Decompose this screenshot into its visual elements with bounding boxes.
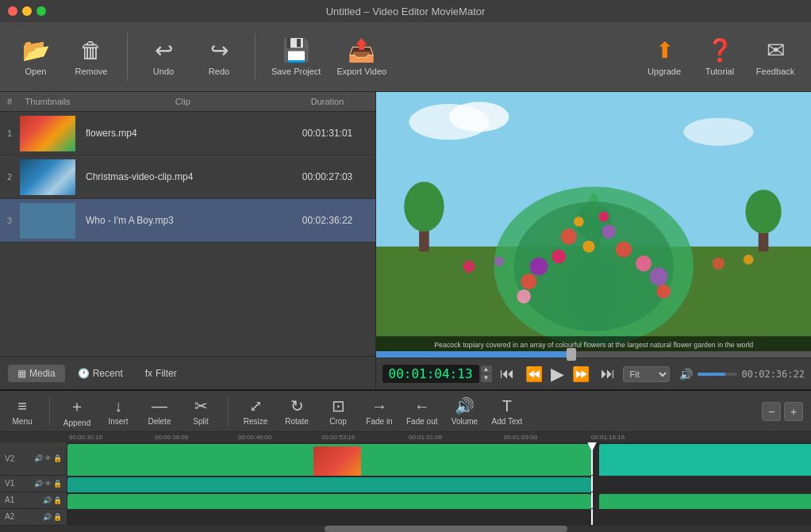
insert-icon: ↓ [114,397,122,415]
volume-slider[interactable] [698,373,737,376]
clip-thumb [16,203,79,239]
upgrade-label: Upgrade [648,67,681,76]
close-button[interactable] [8,6,17,16]
track-speaker-icon[interactable]: 🔊 [43,496,52,504]
scrollbar-thumb[interactable] [325,526,568,532]
fadein-tool[interactable]: → Fade in [365,397,394,426]
track-lock-icon[interactable]: 🔒 [53,454,62,462]
track-row-v2[interactable] [67,442,811,476]
time-stepper[interactable]: ▲ ▼ [481,366,492,382]
preview-svg: Peacock topiary covered in an array of c… [376,92,811,351]
track-lock-icon[interactable]: 🔒 [53,513,62,521]
redo-button[interactable]: ↪ Redo [199,37,239,76]
ruler-mark: 00:01:01:08 [409,434,442,441]
menu-icon: ≡ [17,397,27,415]
time-display[interactable]: 00:01:04:13 [382,365,479,383]
delete-tool[interactable]: — Delete [145,397,174,426]
maximize-button[interactable] [37,6,46,16]
addtext-tool[interactable]: T Add Text [491,397,522,426]
rewind-button[interactable]: ⏪ [522,364,546,385]
time-up-btn[interactable]: ▲ [481,366,492,373]
insert-tool[interactable]: ↓ Insert [104,397,133,426]
svg-point-11 [560,228,576,244]
open-icon: 📂 [22,37,50,63]
resize-tool[interactable]: ⤢ Resize [241,396,270,426]
svg-point-31 [745,189,781,233]
recent-icon: 🕐 [78,368,90,379]
timeline-scrollbar[interactable] [0,526,811,532]
col-header-num: # [0,97,16,106]
skip-end-button[interactable]: ⏭ [598,364,618,384]
fast-forward-button[interactable]: ⏩ [569,364,593,385]
minimize-button[interactable] [22,6,32,16]
fadeout-label: Fade out [406,417,437,426]
track-row-v1[interactable] [67,476,811,492]
resize-icon: ⤢ [249,396,263,415]
feedback-button[interactable]: ✉ Feedback [755,37,795,76]
volume-label: Volume [452,417,478,426]
clip-row[interactable]: 3 Who - I'm A Boy.mp3 00:02:36:22 [0,199,375,243]
export-button[interactable]: 📤 Export Video [336,37,386,76]
svg-point-2 [448,102,508,132]
tab-media[interactable]: ▦ Media [8,365,65,382]
clip-num: 1 [0,128,16,138]
svg-point-24 [463,261,475,273]
tutorial-label: Tutorial [705,67,734,76]
svg-point-18 [521,274,536,289]
clip-duration: 00:01:31:01 [280,128,375,139]
clip-duration: 00:02:36:22 [280,215,375,226]
track-content-area: 00:00:30:16 00:00:38:08 00:00:46:00 00:0… [67,432,811,526]
tutorial-button[interactable]: ❓ Tutorial [700,37,740,76]
delete-label: Delete [148,417,171,426]
volume-icon: 🔊 [455,396,475,415]
volume-tool[interactable]: 🔊 Volume [450,396,479,426]
col-header-clip: Clip [79,97,280,106]
clips-list-empty [0,243,375,356]
append-tool[interactable]: ＋ Append [63,396,91,427]
track-speaker-icon[interactable]: 🔊 [34,480,43,488]
menu-tool[interactable]: ≡ Menu [8,397,37,426]
split-tool[interactable]: ✂ Split [186,396,215,426]
zoom-out-button[interactable]: − [762,402,781,421]
export-icon: 📤 [348,37,375,63]
rotate-tool[interactable]: ↻ Rotate [283,396,311,426]
time-down-btn[interactable]: ▼ [481,374,492,382]
track-row-a2[interactable] [67,509,811,526]
fit-select[interactable]: Fit 25% 50% 75% 100% [623,366,670,382]
track-lock-icon[interactable]: 🔒 [53,496,62,504]
upgrade-button[interactable]: ⬆ Upgrade [644,37,684,76]
track-label-a1: A1 🔊 🔒 [0,492,67,509]
open-label: Open [25,67,47,76]
tab-filter[interactable]: fx Filter [136,365,186,382]
open-button[interactable]: 📂 Open [16,37,56,76]
track-labels: V2 🔊 👁 🔒 V1 🔊 👁 🔒 A1 🔊 � [0,432,67,526]
clip-row[interactable]: 2 Christmas-video-clip.mp4 00:00:27:03 [0,155,375,199]
track-row-a1[interactable] [67,492,811,509]
save-button[interactable]: 💾 Save Project [271,37,321,76]
undo-label: Undo [153,67,174,76]
preview-scene: Peacock topiary covered in an array of c… [376,92,811,351]
clip-num: 3 [0,216,16,225]
redo-label: Redo [209,67,229,76]
track-label-v1: V1 🔊 👁 🔒 [0,476,67,492]
track-speaker-icon[interactable]: 🔊 [34,454,43,462]
clip-row[interactable]: 1 flowers.mp4 00:01:31:01 [0,112,375,155]
remove-button[interactable]: 🗑 Remove [71,37,111,76]
tab-recent[interactable]: 🕐 Recent [68,365,133,382]
track-lock-icon[interactable]: 🔒 [53,480,62,488]
svg-point-16 [529,258,548,276]
track-eye-icon[interactable]: 👁 [44,454,52,462]
ruler-mark: 00:00:46:00 [238,434,271,441]
play-button[interactable]: ▶ [551,364,564,385]
crop-tool[interactable]: ⊡ Crop [324,396,352,426]
skip-start-button[interactable]: ⏮ [497,364,517,384]
fadeout-tool[interactable]: ← Fade out [406,397,437,426]
track-label-v2: V2 🔊 👁 🔒 [0,442,67,476]
timeline-tracks: V2 🔊 👁 🔒 V1 🔊 👁 🔒 A1 🔊 � [0,432,811,526]
track-eye-icon[interactable]: 👁 [44,480,52,488]
track-speaker-icon[interactable]: 🔊 [43,513,52,521]
undo-button[interactable]: ↩ Undo [144,37,183,76]
zoom-in-button[interactable]: + [784,402,803,421]
progress-handle[interactable] [567,348,576,361]
progress-bar[interactable] [376,351,811,358]
